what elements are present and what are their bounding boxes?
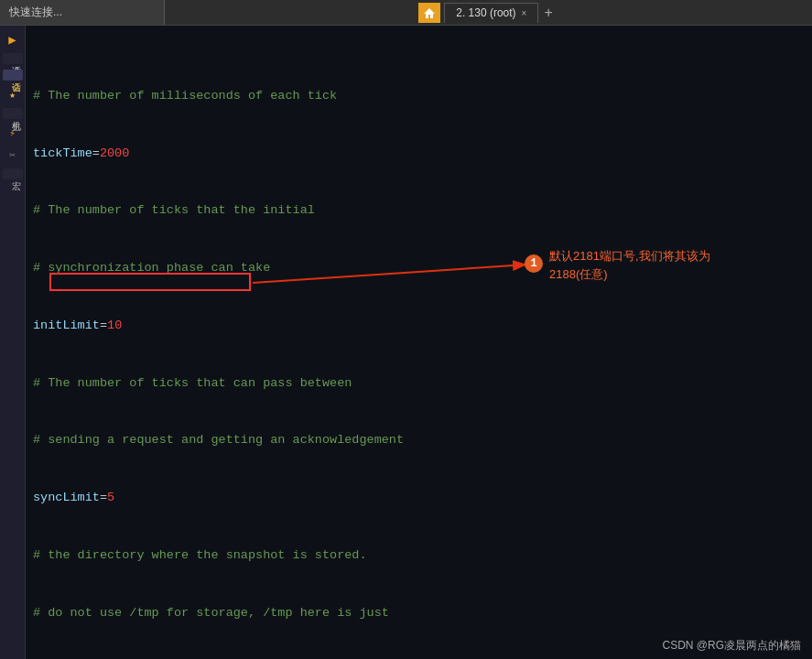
- code-line: # the directory where the snapshot is st…: [33, 546, 812, 566]
- code-value: 10: [107, 319, 122, 332]
- code-container: # The number of milliseconds of each tic…: [26, 26, 812, 659]
- code-line-current: ▶tickTime=2000: [33, 145, 812, 164]
- home-icon: [423, 6, 436, 19]
- sidebar-arrow-icon: ▶: [3, 29, 23, 49]
- code-comment: # do not use /tmp for storage, /tmp here…: [33, 606, 389, 620]
- annotation-line2: 2188(任意): [549, 265, 710, 284]
- code-value: 5: [107, 491, 114, 504]
- code-key: syncLimit: [33, 491, 100, 504]
- sidebar-item-macro[interactable]: 宏: [3, 168, 23, 179]
- code-key: initLimit: [33, 319, 100, 332]
- sidebar-item-host[interactable]: 主机: [3, 108, 23, 119]
- sidebar-item-session[interactable]: 会话: [3, 53, 23, 64]
- code-comment: # synchronization phase can take: [33, 261, 270, 275]
- code-value: 2000: [100, 146, 129, 160]
- code-line: # The number of ticks that can pass betw…: [33, 374, 812, 394]
- code-comment: # The number of milliseconds of each tic…: [33, 89, 337, 103]
- code-line: initLimit=10: [33, 317, 812, 336]
- annotation-badge-number: 1: [530, 257, 536, 270]
- svg-marker-0: [424, 8, 435, 18]
- close-tab-button[interactable]: ×: [522, 8, 527, 18]
- code-line: syncLimit=5: [33, 489, 812, 508]
- code-line: # do not use /tmp for storage, /tmp here…: [33, 604, 812, 623]
- main-layout: ▶ 会话 会话 ★ 主机 ⚡ ✂ 宏 # The number of milli…: [0, 26, 812, 659]
- sidebar: ▶ 会话 会话 ★ 主机 ⚡ ✂ 宏: [0, 26, 26, 659]
- lightning-icon[interactable]: ⚡: [3, 123, 23, 143]
- watermark: CSDN @RG凌晨两点的橘猫: [662, 638, 801, 654]
- annotation-text: 默认2181端口号,我们将其该为 2188(任意): [549, 247, 710, 283]
- annotation-line1: 默认2181端口号,我们将其该为: [549, 247, 710, 265]
- sidebar-item-chat[interactable]: 会话: [3, 70, 23, 81]
- content-area: # The number of milliseconds of each tic…: [26, 26, 812, 659]
- active-tab[interactable]: 2. 130 (root) ×: [444, 3, 538, 23]
- quick-connect[interactable]: 快速连接...: [0, 0, 165, 25]
- code-comment: # The number of ticks that can pass betw…: [33, 376, 352, 390]
- quick-connect-label: 快速连接...: [9, 5, 62, 20]
- code-line: # sending a request and getting an ackno…: [33, 431, 812, 450]
- code-line: # The number of ticks that the initial: [33, 201, 812, 221]
- tab-label: 2. 130 (root): [456, 6, 515, 19]
- code-line: # The number of milliseconds of each tic…: [33, 87, 812, 106]
- code-comment: # The number of ticks that the initial: [33, 203, 315, 217]
- code-comment: # sending a request and getting an ackno…: [33, 433, 404, 447]
- home-button[interactable]: [418, 3, 440, 23]
- add-tab-button[interactable]: +: [538, 5, 558, 21]
- tools-icon[interactable]: ✂: [3, 145, 23, 165]
- star-icon[interactable]: ★: [3, 84, 23, 104]
- annotation-badge: 1: [525, 254, 543, 273]
- top-bar: 快速连接... 2. 130 (root) × +: [0, 0, 812, 26]
- code-comment: # the directory where the snapshot is st…: [33, 548, 367, 562]
- tab-bar: 2. 130 (root) × +: [165, 3, 812, 23]
- code-key: tickTime: [33, 146, 92, 160]
- code-lines[interactable]: # The number of milliseconds of each tic…: [26, 29, 812, 659]
